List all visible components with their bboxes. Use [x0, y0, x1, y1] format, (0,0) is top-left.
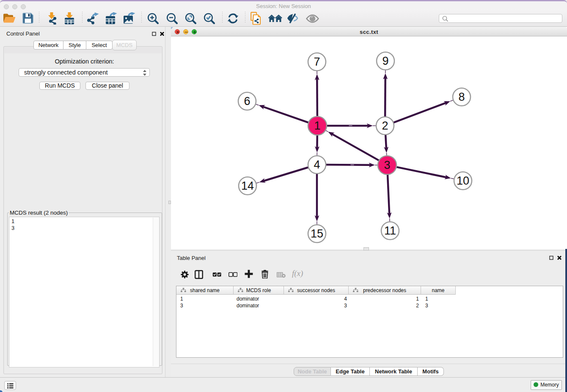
- svg-text:8: 8: [458, 91, 465, 103]
- svg-text:15: 15: [311, 227, 323, 240]
- svg-text:10: 10: [457, 174, 469, 187]
- svg-text:4: 4: [314, 158, 320, 171]
- svg-text:1: 1: [314, 119, 320, 132]
- svg-text:3: 3: [384, 159, 390, 171]
- svg-text:14: 14: [241, 179, 254, 192]
- svg-text:9: 9: [382, 55, 388, 67]
- svg-text:11: 11: [384, 224, 396, 237]
- svg-text:6: 6: [244, 95, 250, 108]
- svg-text:7: 7: [314, 55, 320, 68]
- svg-text:2: 2: [382, 119, 388, 132]
